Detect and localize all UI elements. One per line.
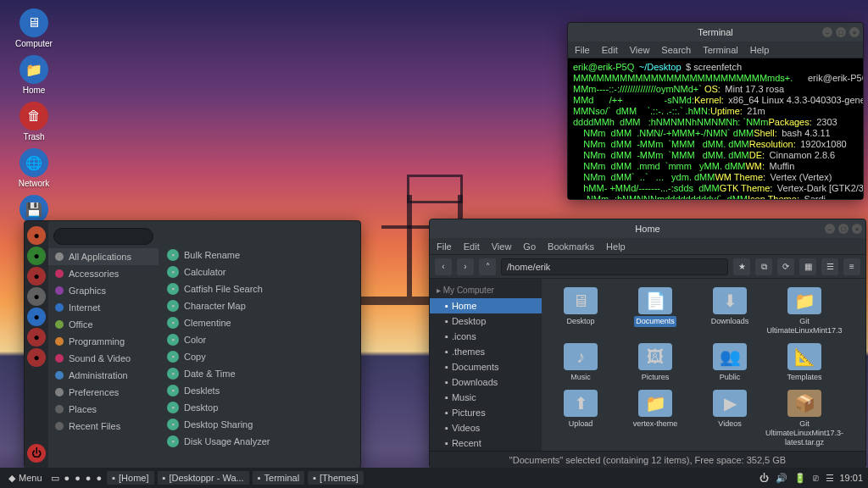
path-input[interactable]: [501, 258, 728, 275]
app-desklets[interactable]: ▪Desklets: [162, 382, 357, 399]
view-compact-button[interactable]: ≡: [843, 258, 860, 275]
menu-search[interactable]: Search: [661, 45, 691, 55]
file-upload[interactable]: ⬆Upload: [550, 390, 611, 446]
up-button[interactable]: ˄: [479, 258, 496, 275]
tray-icon[interactable]: 🔊: [776, 473, 787, 484]
sidebar-item--icons[interactable]: ▪.icons: [430, 329, 542, 344]
file-pictures[interactable]: 🖼Pictures: [625, 343, 686, 383]
app-clementine[interactable]: ▪Clementine: [162, 314, 357, 331]
maximize-button[interactable]: □: [838, 224, 849, 234]
tray-icon[interactable]: 🔋: [794, 473, 806, 484]
launcher-4[interactable]: ●: [27, 308, 46, 326]
app-copy[interactable]: ▪Copy: [162, 348, 357, 365]
new-tab-button[interactable]: ⧉: [755, 258, 772, 275]
app-color[interactable]: ▪Color: [162, 331, 357, 348]
panel-launcher[interactable]: ●: [86, 473, 92, 483]
file-manager-iconview[interactable]: 🖥Desktop📄Documents⬇Downloads📁Git Ultimat…: [542, 279, 865, 451]
desktop-icon-home[interactable]: 📁Home: [8, 55, 59, 95]
app-character-map[interactable]: ▪Character Map: [162, 297, 357, 314]
tray-icon[interactable]: ⏻: [760, 473, 769, 483]
launcher-6[interactable]: ●: [27, 348, 46, 367]
close-button[interactable]: ×: [852, 224, 862, 234]
file-git-ultimatelinuxmint17-3-latest-tar-gz[interactable]: 📦Git UltimateLinuxMint17.3-latest.tar.gz: [774, 390, 835, 446]
panel-launcher[interactable]: ●: [97, 473, 103, 483]
app-catfish-file-search[interactable]: ▪Catfish File Search: [162, 280, 357, 297]
menu-button[interactable]: ◆ Menu: [5, 473, 46, 484]
category-programming[interactable]: Programming: [48, 333, 159, 350]
file-music[interactable]: ♪Music: [550, 343, 611, 383]
terminal-body[interactable]: erik@erik-P5Q ~/Desktop $ screenfetch MM…: [568, 58, 863, 199]
sidebar-item-documents[interactable]: ▪Documents: [430, 359, 542, 374]
menu-help[interactable]: Help: [606, 241, 626, 252]
menu-edit[interactable]: Edit: [464, 241, 480, 252]
sidebar-item-videos[interactable]: ▪Videos: [430, 420, 542, 435]
reload-button[interactable]: ⟳: [777, 258, 794, 275]
power-button[interactable]: ⏻: [27, 444, 46, 463]
sidebar-item--themes[interactable]: ▪.themes: [430, 344, 542, 359]
view-list-button[interactable]: ☰: [821, 258, 838, 275]
launcher-2[interactable]: ●: [27, 267, 46, 286]
menu-bookmarks[interactable]: Bookmarks: [548, 241, 594, 252]
minimize-button[interactable]: –: [825, 224, 835, 234]
clock[interactable]: 19:01: [839, 473, 863, 483]
menu-go[interactable]: Go: [523, 241, 536, 252]
file-documents[interactable]: 📄Documents: [625, 287, 686, 336]
terminal-window[interactable]: Terminal – □ × FileEditViewSearchTermina…: [567, 22, 864, 200]
menu-help[interactable]: Help: [750, 45, 770, 55]
app-menu-search-input[interactable]: [53, 228, 153, 245]
launcher-1[interactable]: ●: [27, 247, 46, 265]
app-menu[interactable]: ●●●●●●●⏻ All ApplicationsAccessoriesGrap…: [24, 220, 361, 469]
task-button[interactable]: ▪[Desktoppr - Wa...: [158, 471, 249, 485]
app-disk-usage-analyzer[interactable]: ▪Disk Usage Analyzer: [162, 433, 357, 450]
menu-view[interactable]: View: [630, 45, 650, 55]
category-accessories[interactable]: Accessories: [48, 265, 159, 282]
category-places[interactable]: Places: [48, 401, 159, 418]
panel-launcher[interactable]: ●: [75, 473, 81, 483]
menu-terminal[interactable]: Terminal: [703, 45, 738, 55]
task-button[interactable]: ▪Terminal: [253, 471, 304, 485]
forward-button[interactable]: ›: [457, 258, 474, 275]
category-office[interactable]: Office: [48, 316, 159, 333]
sidebar-item-downloads[interactable]: ▪Downloads: [430, 374, 542, 390]
desktop-icon-network[interactable]: 🌐Network: [8, 148, 59, 188]
close-button[interactable]: ×: [849, 27, 860, 37]
back-button[interactable]: ‹: [435, 258, 452, 275]
category-recent-files[interactable]: Recent Files: [48, 418, 159, 435]
panel-launcher[interactable]: ●: [64, 473, 70, 483]
app-bulk-rename[interactable]: ▪Bulk Rename: [162, 247, 357, 263]
app-calculator[interactable]: ▪Calculator: [162, 263, 357, 280]
category-administration[interactable]: Administration: [48, 367, 159, 384]
file-manager-titlebar[interactable]: Home – □ ×: [430, 219, 865, 238]
show-desktop-button[interactable]: ▭: [51, 473, 59, 484]
file-vertex-theme[interactable]: 📁vertex-theme: [625, 390, 686, 446]
terminal-titlebar[interactable]: Terminal – □ ×: [568, 23, 863, 42]
tray-icon[interactable]: ⎚: [813, 473, 819, 483]
task-button[interactable]: ▪[Themes]: [308, 471, 364, 485]
sidebar-item-desktop[interactable]: ▪Desktop: [430, 313, 542, 329]
file-public[interactable]: 👥Public: [699, 343, 760, 383]
category-all-applications[interactable]: All Applications: [48, 248, 159, 265]
menu-file[interactable]: File: [437, 241, 452, 252]
file-videos[interactable]: ▶Videos: [699, 390, 760, 446]
sidebar-item-music[interactable]: ▪Music: [430, 390, 542, 405]
file-git-ultimatelinuxmint17-3[interactable]: 📁Git UltimateLinuxMint17.3: [774, 287, 835, 336]
file-manager-window[interactable]: Home – □ × FileEditViewGoBookmarksHelp ‹…: [429, 219, 866, 469]
sidebar-item-home[interactable]: ▪Home: [430, 298, 542, 313]
launcher-3[interactable]: ●: [27, 287, 46, 306]
tray-icon[interactable]: ☰: [826, 473, 834, 484]
view-icons-button[interactable]: ▦: [799, 258, 816, 275]
file-templates[interactable]: 📐Templates: [774, 343, 835, 383]
desktop-icon-trash[interactable]: 🗑Trash: [8, 102, 59, 141]
file-downloads[interactable]: ⬇Downloads: [699, 287, 760, 336]
launcher-0[interactable]: ●: [27, 226, 46, 245]
minimize-button[interactable]: –: [822, 27, 832, 37]
sidebar-item-recent[interactable]: ▪Recent: [430, 435, 542, 451]
menu-edit[interactable]: Edit: [602, 45, 618, 55]
sidebar-item-pictures[interactable]: ▪Pictures: [430, 405, 542, 420]
app-desktop[interactable]: ▪Desktop: [162, 399, 357, 416]
menu-file[interactable]: File: [575, 45, 590, 55]
category-internet[interactable]: Internet: [48, 299, 159, 316]
task-button[interactable]: ▪[Home]: [107, 471, 153, 485]
category-sound-video[interactable]: Sound & Video: [48, 350, 159, 367]
maximize-button[interactable]: □: [836, 27, 846, 37]
